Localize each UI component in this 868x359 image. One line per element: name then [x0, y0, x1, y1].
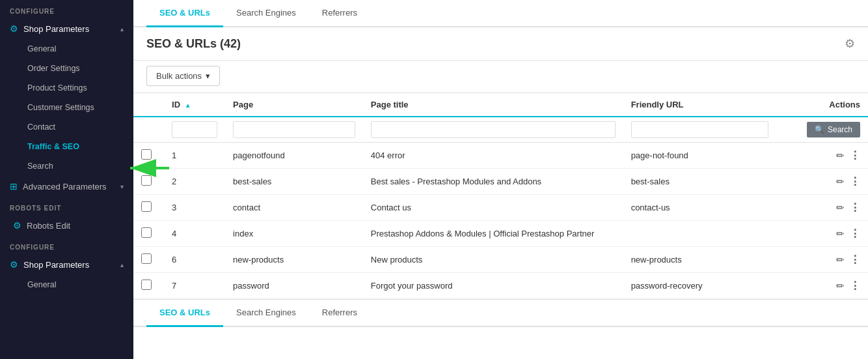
row-checkbox[interactable]: [141, 280, 152, 290]
main-content: SEO & URLs Search Engines Referrers SEO …: [133, 0, 868, 359]
row-actions-cell: ✏ ⋮: [776, 143, 868, 169]
shop-parameters-label: Shop Parameters: [23, 24, 89, 34]
id-col-label: ID: [172, 100, 180, 109]
search-label: Search: [27, 162, 53, 171]
edit-icon[interactable]: ✏: [836, 150, 845, 162]
row-friendly-url: [623, 221, 776, 247]
search-button[interactable]: 🔍 Search: [807, 122, 860, 137]
row-friendly-url: password-recovery: [623, 273, 776, 299]
table-header-row: ID ▲ Page Page title Friendly URL Action…: [133, 93, 868, 117]
table-header-bar: SEO & URLs (42) ⚙: [133, 27, 868, 61]
bottom-tab-seo-urls[interactable]: SEO & URLs: [146, 300, 223, 327]
row-page: new-products: [225, 247, 363, 273]
bulk-actions-button[interactable]: Bulk actions ▾: [146, 66, 220, 86]
filter-url-input[interactable]: [631, 121, 768, 138]
row-page-title: 404 error: [363, 143, 623, 169]
page-title: SEO & URLs (42): [146, 37, 241, 51]
sidebar-item-general-2[interactable]: General: [0, 275, 133, 294]
sidebar-item-shop-parameters[interactable]: ⚙ Shop Parameters ▴: [0, 18, 133, 39]
row-page-title: Prestashop Addons & Modules | Official P…: [363, 221, 623, 247]
more-actions-icon[interactable]: ⋮: [850, 201, 860, 214]
more-actions-icon[interactable]: ⋮: [850, 227, 860, 240]
row-checkbox[interactable]: [141, 227, 152, 238]
sidebar-item-traffic-seo[interactable]: Traffic & SEO: [0, 137, 133, 156]
sidebar-item-product-settings[interactable]: Product Settings: [0, 78, 133, 98]
th-page[interactable]: Page: [225, 93, 363, 117]
edit-icon[interactable]: ✏: [836, 202, 845, 214]
filter-url-cell: [623, 117, 776, 143]
puzzle-icon-advanced: ⊞: [10, 181, 18, 192]
bottom-tab-search-engines[interactable]: Search Engines: [223, 300, 309, 327]
sidebar-item-robots-edit[interactable]: ⚙ Robots Edit: [0, 215, 133, 236]
filter-actions-cell: 🔍 Search: [776, 117, 868, 143]
page-title-col-label: Page title: [371, 100, 409, 109]
edit-icon[interactable]: ✏: [836, 280, 845, 292]
more-actions-icon[interactable]: ⋮: [850, 253, 860, 266]
row-id: 7: [164, 273, 225, 299]
row-id: 6: [164, 247, 225, 273]
filter-page-input[interactable]: [233, 121, 355, 138]
row-page: best-sales: [225, 169, 363, 195]
row-cb-cell: [133, 221, 164, 247]
chevron-up-icon-2: ▴: [120, 261, 124, 268]
sidebar-item-customer-settings[interactable]: Customer Settings: [0, 98, 133, 117]
more-actions-icon[interactable]: ⋮: [850, 149, 860, 162]
row-checkbox[interactable]: [141, 253, 152, 264]
sidebar-section-robots-edit: ROBOTS EDIT: [0, 197, 133, 215]
row-page: pagenotfound: [225, 143, 363, 169]
table-row: 3 contact Contact us contact-us ✏ ⋮: [133, 195, 868, 221]
more-actions-icon[interactable]: ⋮: [850, 175, 860, 188]
filter-title-cell: [363, 117, 623, 143]
edit-icon[interactable]: ✏: [836, 254, 845, 266]
th-actions: Actions: [776, 93, 868, 117]
sidebar-item-contact[interactable]: Contact: [0, 117, 133, 137]
tabs-bar: SEO & URLs Search Engines Referrers: [133, 0, 868, 27]
row-friendly-url: page-not-found: [623, 143, 776, 169]
seo-urls-table: ID ▲ Page Page title Friendly URL Action…: [133, 93, 868, 299]
row-checkbox[interactable]: [141, 201, 152, 212]
row-checkbox[interactable]: [141, 149, 152, 160]
bulk-actions-chevron: ▾: [206, 71, 210, 81]
filter-title-input[interactable]: [371, 121, 616, 138]
row-id: 3: [164, 195, 225, 221]
row-cb-cell: [133, 143, 164, 169]
row-page-title: Contact us: [363, 195, 623, 221]
row-page-title: Forgot your password: [363, 273, 623, 299]
sidebar-section-configure-1: CONFIGURE: [0, 0, 133, 18]
search-icon: 🔍: [815, 125, 824, 134]
product-settings-label: Product Settings: [27, 83, 87, 93]
th-id[interactable]: ID ▲: [164, 93, 225, 117]
general-2-label: General: [27, 280, 56, 289]
filter-page-cell: [225, 117, 363, 143]
customer-settings-label: Customer Settings: [27, 103, 94, 112]
traffic-seo-label: Traffic & SEO: [27, 142, 79, 151]
settings-icon[interactable]: ⚙: [845, 36, 855, 51]
tab-seo-urls[interactable]: SEO & URLs: [146, 0, 223, 27]
th-page-title[interactable]: Page title: [363, 93, 623, 117]
row-actions-cell: ✏ ⋮: [776, 247, 868, 273]
page-col-label: Page: [233, 100, 253, 109]
filter-id-input[interactable]: [172, 121, 217, 138]
sidebar-item-order-settings[interactable]: Order Settings: [0, 59, 133, 78]
row-actions-cell: ✏ ⋮: [776, 195, 868, 221]
tab-referrers[interactable]: Referrers: [309, 0, 370, 27]
more-actions-icon[interactable]: ⋮: [850, 280, 860, 292]
row-cb-cell: [133, 169, 164, 195]
table-row: 2 best-sales Best sales - Prestashop Mod…: [133, 169, 868, 195]
sidebar-item-general[interactable]: General: [0, 39, 133, 59]
bottom-tab-referrers[interactable]: Referrers: [309, 300, 370, 327]
row-friendly-url: new-products: [623, 247, 776, 273]
row-cb-cell: [133, 195, 164, 221]
shop-parameters-2-label: Shop Parameters: [23, 260, 89, 270]
tab-search-engines[interactable]: Search Engines: [223, 0, 309, 27]
sidebar-item-shop-parameters-2[interactable]: ⚙ Shop Parameters ▴: [0, 254, 133, 275]
th-friendly-url[interactable]: Friendly URL: [623, 93, 776, 117]
edit-icon[interactable]: ✏: [836, 176, 845, 188]
row-checkbox[interactable]: [141, 175, 152, 186]
row-friendly-url: contact-us: [623, 195, 776, 221]
bulk-bar: Bulk actions ▾: [133, 61, 868, 93]
filter-row: 🔍 Search: [133, 117, 868, 143]
sidebar-item-search[interactable]: Search: [0, 156, 133, 176]
edit-icon[interactable]: ✏: [836, 228, 845, 240]
sidebar-item-advanced-parameters[interactable]: ⊞ Advanced Parameters ▾: [0, 176, 133, 197]
